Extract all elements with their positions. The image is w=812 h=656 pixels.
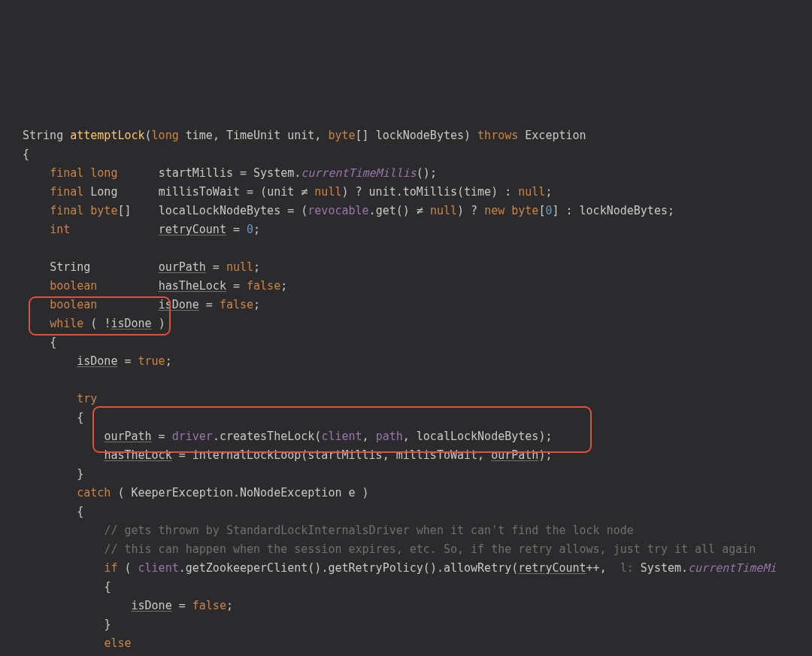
eq: =	[199, 298, 220, 311]
bool-true: true	[138, 354, 165, 368]
param-time: time	[186, 129, 213, 142]
dot: .	[437, 561, 444, 575]
call-createsthelock: createsTheLock	[220, 430, 314, 443]
var-hasthelock: hasTheLock	[159, 279, 226, 293]
brace-close: }	[77, 467, 83, 481]
brace-open: {	[77, 411, 83, 424]
eq: =	[152, 430, 172, 443]
brace-open: {	[23, 147, 29, 161]
ref-isdone: isDone	[111, 317, 151, 330]
var-ourpath: ourPath	[159, 260, 206, 274]
eq: =	[226, 279, 247, 293]
return-type: String	[23, 129, 63, 142]
kw-new: new	[484, 204, 504, 217]
bool-false: false	[192, 599, 226, 612]
var-millistowait: millisToWait	[159, 185, 240, 199]
ref-locknodebytes: lockNodeBytes	[580, 204, 668, 217]
call-getretrypolicy: getRetryPolicy	[328, 561, 423, 575]
ref-hasthelock: hasTheLock	[104, 448, 171, 462]
kw-long: long	[152, 129, 179, 142]
kw-catch: catch	[77, 486, 111, 500]
semi: ;	[165, 354, 172, 368]
q: ?	[464, 204, 484, 217]
call-currenttimemillis: currentTimeMillis	[301, 166, 417, 180]
kw-if: if	[104, 561, 117, 575]
ref-time: time	[464, 185, 491, 199]
paren-open: (	[511, 561, 518, 575]
eq: =	[280, 204, 301, 217]
kw-final: final	[50, 204, 83, 217]
paren-open: (	[145, 129, 152, 142]
colon: :	[559, 204, 579, 217]
code-editor-content: String attemptLock(long time, TimeUnit u…	[0, 94, 812, 656]
kw-long: long	[90, 166, 117, 180]
eq: =	[240, 185, 260, 199]
field-client: client	[138, 561, 179, 575]
var-retrycount: retryCount	[159, 223, 226, 236]
kw-byte: byte	[328, 129, 355, 142]
dot: .	[179, 561, 186, 575]
ref-isdone: isDone	[77, 354, 117, 368]
colon: :	[498, 185, 518, 199]
semi: ;	[430, 166, 437, 180]
ref-isdone: isDone	[132, 599, 172, 612]
eq: =	[226, 223, 247, 236]
brackets: []	[117, 204, 131, 217]
dot: .	[294, 166, 301, 180]
call-currenttimemi-truncated: currentTimeMi	[688, 561, 776, 575]
paren-open: (	[396, 204, 403, 217]
var-startmillis: startMillis	[159, 166, 233, 180]
semi: ;	[253, 260, 260, 274]
kw-final: final	[50, 185, 83, 199]
semi: ;	[253, 223, 260, 236]
ref-locallocknodebytes: localLockNodeBytes	[417, 430, 539, 443]
field-driver: driver	[172, 430, 213, 443]
type-timeunit: TimeUnit	[226, 129, 280, 142]
paren-open: (	[417, 166, 423, 180]
paren-open: (	[117, 486, 124, 500]
neq: ≠	[301, 185, 308, 199]
var-isdone: isDone	[159, 298, 199, 311]
semi: ;	[226, 599, 233, 612]
kw-boolean: boolean	[50, 279, 97, 293]
eq: =	[206, 260, 226, 274]
semi: ;	[253, 298, 260, 311]
q: ?	[349, 185, 369, 199]
eq: =	[233, 166, 253, 180]
ref-ourpath: ourPath	[104, 430, 151, 443]
comma: ,	[383, 448, 389, 462]
dot: .	[213, 430, 220, 443]
bool-false: false	[220, 298, 253, 311]
null: null	[226, 260, 253, 274]
field-client: client	[321, 430, 362, 443]
ref-ourpath: ourPath	[491, 448, 538, 462]
ref-startmillis: startMillis	[308, 448, 382, 462]
param-hint: l:	[620, 561, 634, 575]
paren-close: )	[464, 129, 471, 142]
semi: ;	[545, 185, 552, 199]
type-string: String	[50, 260, 90, 274]
semi: ;	[545, 448, 552, 462]
eq: =	[117, 354, 138, 368]
brace-close: }	[104, 618, 111, 631]
eq: =	[172, 599, 192, 612]
brace-open: {	[50, 336, 56, 349]
comment-line-2: // this can happen when the session expi…	[104, 542, 756, 556]
paren-open: (	[124, 561, 131, 575]
call-internallockloop: internalLockLoop	[192, 448, 301, 462]
system: System	[253, 166, 294, 180]
semi: ;	[545, 430, 552, 443]
field-revocable: revocable	[308, 204, 368, 217]
call-getzookeeperclient: getZookeeperClient	[186, 561, 308, 575]
paren-close: )	[430, 561, 437, 575]
comma: ,	[362, 430, 369, 443]
type-long-wrapper: Long	[90, 185, 117, 199]
kw-int: int	[50, 223, 70, 236]
paren-open: (	[423, 561, 430, 575]
bool-false: false	[247, 279, 280, 293]
var-locallocknodebytes: localLockNodeBytes	[159, 204, 281, 217]
neq: ≠	[417, 204, 423, 217]
call-allowretry: allowRetry	[444, 561, 511, 575]
paren-close: )	[159, 317, 165, 330]
brace-open: {	[77, 505, 83, 518]
